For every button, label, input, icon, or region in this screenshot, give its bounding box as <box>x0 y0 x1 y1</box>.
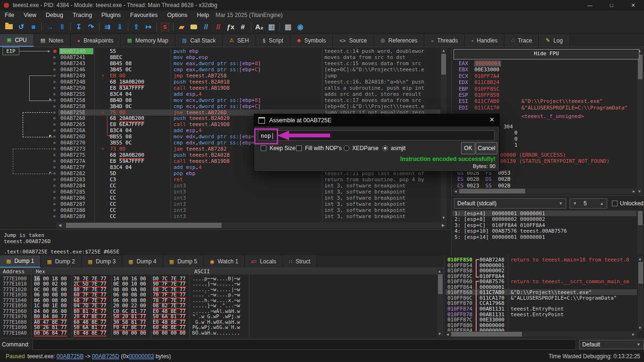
dump-pane[interactable]: AddressHexASCII777E100016 00 18 0070 7E … <box>0 268 444 337</box>
register-row[interactable]: EAX 00000004 <box>459 60 501 67</box>
tab-memory-map[interactable]: ▦Memory Map <box>121 34 175 47</box>
regs-hscroll-thumb[interactable] <box>459 189 525 194</box>
scroll-down-icon[interactable]: ▼ <box>438 332 441 336</box>
status-address-link[interactable]: 00AB725B <box>57 353 83 360</box>
disasm-row[interactable]: 00AB72418BECmov ebp,espmoves data from s… <box>0 54 451 60</box>
trace-coverage-icon[interactable]: S <box>159 21 171 33</box>
dump-tab-dump-1[interactable]: ▦Dump 1 <box>0 255 41 268</box>
dump-tab-dump-2[interactable]: ▦Dump 2 <box>41 255 81 268</box>
register-row[interactable]: EBX 00E33000 <box>459 67 499 73</box>
scroll-down-icon[interactable]: ▼ <box>638 190 641 194</box>
dump-tab-dump-4[interactable]: ▦Dump 4 <box>122 255 163 268</box>
argument-row[interactable]: 4: [esp+10] 00AB7576 teeest.00AB7576 <box>454 228 567 234</box>
tab-call-stack[interactable]: ▥Call Stack <box>175 34 223 47</box>
function-icon[interactable]: ƒx <box>224 21 237 33</box>
disasm-row[interactable]: 00AB7249∨EB 0Djmp teeest.AB7258jump <box>0 73 451 79</box>
tab-threads[interactable]: »Threads <box>424 34 465 47</box>
restart-icon[interactable]: ↺ <box>15 21 27 33</box>
argument-row[interactable]: 5: [esp+14] 00000001 00000001 <box>454 235 545 240</box>
disasm-row[interactable]: 00AB725B3B4D 0Ccmp ecx,dword ptr ss:[ebp… <box>0 103 451 109</box>
register-row[interactable]: EDI 011CA170&"ALLUSERSPROFILE=C:\\Progra… <box>459 105 499 111</box>
scroll-down-icon[interactable]: ▼ <box>442 216 446 220</box>
run-icon[interactable]: → <box>44 21 56 33</box>
menu-item-plugins[interactable]: Plugins <box>97 10 125 20</box>
arg-count-spinner[interactable]: ▼5▲ <box>570 198 607 209</box>
step-out-icon[interactable]: ⇓ <box>114 21 126 33</box>
keep-size-checkbox[interactable] <box>261 145 266 151</box>
scroll-right-icon[interactable]: ▶ <box>633 190 635 194</box>
command-profile-select[interactable]: Default ▼ <box>579 340 644 349</box>
comment-icon[interactable] <box>188 21 200 33</box>
tab-seh[interactable]: ⚠SEH <box>223 34 256 47</box>
asmjit-radio[interactable] <box>382 145 388 151</box>
register-row[interactable]: EBP 010FF85C <box>459 86 499 92</box>
stack-vscroll-thumb[interactable] <box>638 262 643 284</box>
menu-item-file[interactable]: File <box>0 10 19 20</box>
menu-item-favourites[interactable]: Favourites <box>125 10 162 20</box>
menu-item-tracing[interactable]: Tracing <box>68 10 97 20</box>
calculator-icon[interactable]: ▦ <box>282 21 294 33</box>
tab-cpu[interactable]: ▣CPU <box>0 34 34 47</box>
disasm-row[interactable]: 00AB7288CCint3int 3, software breakpoint <box>0 207 451 213</box>
goto-device-icon[interactable]: ▥ <box>265 21 278 33</box>
menu-item-debug[interactable]: Debug <box>41 10 68 20</box>
tab-handles[interactable]: ▪Handles <box>465 34 504 47</box>
minimize-button[interactable]: — <box>579 0 601 10</box>
execute-till-return-icon[interactable]: ⇑ <box>130 21 142 33</box>
disasm-row[interactable]: 00AB724B68 18A0B200push teeest.B2A018tee… <box>0 79 451 85</box>
ok-button[interactable]: OK <box>461 142 475 154</box>
arguments-pane[interactable]: Default (stdcall)▼▼5▲Unlocked1: [esp+4] … <box>451 195 644 255</box>
menu-item-options[interactable]: Options <box>162 10 192 20</box>
stack-pane[interactable]: 010FF85000AB72A8return to teeest.main+18… <box>444 255 644 337</box>
scroll-right-icon[interactable]: ▶ <box>442 224 445 227</box>
step-into-icon[interactable]: ↧ <box>73 21 85 33</box>
menu-item-help[interactable]: Help <box>192 10 214 20</box>
argument-row[interactable]: 3: [esp+C] 010FF8A4 010FF8A4 <box>454 223 545 228</box>
cancel-button[interactable]: Cancel <box>476 142 497 154</box>
disasm-row[interactable]: 00AB72463B45 0Ccmp eax,dword ptr ss:[ebp… <box>0 67 451 73</box>
status-address-link[interactable]: 00000003 <box>129 353 154 360</box>
disasm-row[interactable]: 00AB7283C3retreturn from subroutine. pop… <box>0 177 451 183</box>
run-to-user-code-icon[interactable]: ⇉ <box>101 21 114 33</box>
assemble-text-icon[interactable]: A₂ <box>253 21 265 33</box>
dump-vscroll-thumb[interactable] <box>438 274 443 294</box>
xedparse-radio[interactable] <box>344 145 349 151</box>
open-file-icon[interactable] <box>3 21 15 33</box>
tab-log[interactable]: ✎Log <box>539 34 570 47</box>
disasm-row[interactable]: 00AB7284CCint3int 3, software breakpoint <box>0 183 451 189</box>
register-row[interactable]: ECX 010FF7A4 <box>459 73 499 79</box>
register-row[interactable]: EDX 011C8B24 <box>459 79 499 85</box>
close-button[interactable]: ✕ <box>622 0 644 10</box>
scroll-up-icon[interactable]: ▲ <box>639 257 641 261</box>
dump-tab-dump-5[interactable]: ▦Dump 5 <box>163 255 204 268</box>
calling-convention-select[interactable]: Default (stdcall)▼ <box>454 198 566 209</box>
scroll-up-icon[interactable]: ▲ <box>438 269 441 273</box>
stack-hscroll-thumb[interactable] <box>451 332 522 337</box>
tab-notes[interactable]: ▤Notes <box>34 34 71 47</box>
internet-icon[interactable]: ◉ <box>294 21 306 33</box>
register-row[interactable]: ESP 010FF850 <box>459 92 499 98</box>
disasm-row[interactable]: 00AB725583C4 04add esp,4adds src and dst… <box>0 91 451 97</box>
tab-references[interactable]: ◎References <box>374 34 424 47</box>
scroll-left-icon[interactable]: ◀ <box>454 190 457 194</box>
scroll-up-icon[interactable]: ▲ <box>442 49 446 53</box>
tab-symbols[interactable]: ◆Symbols <box>290 34 333 47</box>
stop-icon[interactable]: ■ <box>27 21 40 33</box>
tab-breakpoints[interactable]: ●Breakpoints <box>71 34 121 47</box>
tab-script[interactable]: §Script <box>256 34 290 47</box>
dump-tab-locals[interactable]: x=Locals <box>245 255 283 268</box>
argument-row[interactable]: 2: [esp+8] 00000002 00000002 <box>454 217 545 222</box>
dump-tab-dump-3[interactable]: ▦Dump 3 <box>82 255 122 268</box>
label-icon[interactable]: // <box>200 21 212 33</box>
register-row[interactable]: ESI 011C7AB0&"D:\\Project\\teeest.exe" <box>459 98 499 104</box>
disasm-row[interactable]: 00AB7286CCint3int 3, software breakpoint <box>0 195 451 201</box>
scroll-down-icon[interactable]: ▼ <box>639 326 641 330</box>
hide-fpu-button[interactable]: Hide FPU <box>454 49 639 59</box>
disasm-row[interactable]: 00AB7285CCint3int 3, software breakpoint <box>0 189 451 195</box>
command-input[interactable] <box>33 339 576 350</box>
disasm-vscroll-thumb[interactable] <box>441 54 446 75</box>
dialog-close-icon[interactable]: ✕ <box>489 116 495 123</box>
scroll-right-icon[interactable]: ▶ <box>632 333 635 337</box>
disasm-row[interactable]: 00AB724055push ebpteeest.c:14 push word,… <box>0 48 451 54</box>
disasm-row[interactable]: 00AB7250E8 83A7FFFFcall teeest.AB19D8cal… <box>0 85 451 91</box>
